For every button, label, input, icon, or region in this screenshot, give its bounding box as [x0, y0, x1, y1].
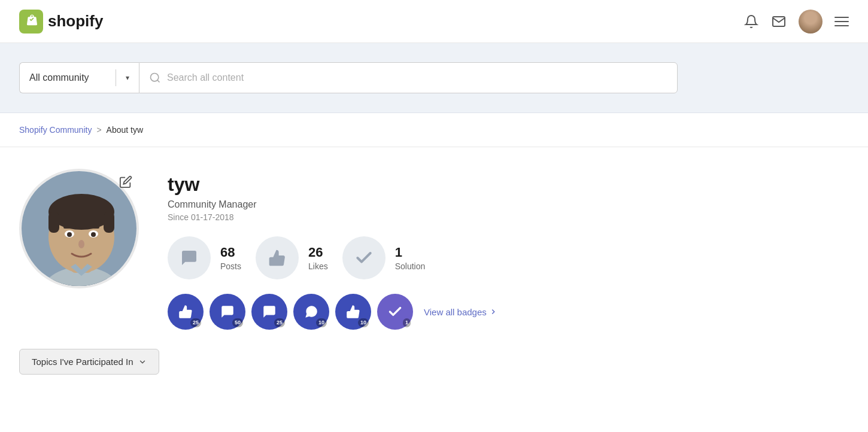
profile-username: tyw — [168, 174, 849, 196]
check-icon — [354, 248, 374, 267]
badge-thumbsup-25[interactable]: 25 — [168, 294, 204, 330]
thumbsup-icon — [268, 248, 287, 267]
solution-label: Solution — [395, 261, 426, 271]
community-filter-dropdown[interactable]: All community ▾ — [19, 62, 139, 93]
profile-role: Community Manager — [168, 199, 849, 210]
messages-icon[interactable] — [771, 14, 787, 29]
search-area: All community ▾ — [0, 43, 868, 113]
stat-solution: 1 Solution — [342, 236, 426, 279]
edit-profile-icon[interactable] — [117, 174, 134, 190]
topics-button-label: Topics I've Participated In — [32, 357, 133, 367]
dropdown-divider — [116, 69, 116, 86]
badge-thumbsup-icon — [178, 304, 193, 320]
badge-25-count: 25 — [190, 318, 201, 327]
logo[interactable]: shopify — [19, 10, 103, 34]
solution-stat-circle — [342, 236, 386, 279]
chevron-down-icon: ▾ — [126, 74, 129, 82]
svg-rect-16 — [86, 226, 99, 229]
svg-rect-9 — [48, 212, 59, 233]
likes-stat-circle — [256, 236, 299, 279]
chat-icon — [180, 248, 199, 267]
badge-check-1[interactable]: 1 — [377, 294, 413, 330]
badge-chat-50[interactable]: 50 — [210, 294, 245, 330]
badge-thumbsup-10[interactable]: 10 — [335, 294, 371, 330]
community-filter-label: All community — [29, 72, 106, 83]
search-bar-row: All community ▾ — [19, 62, 678, 93]
posts-stat-circle — [168, 236, 211, 279]
svg-point-13 — [67, 232, 72, 237]
header-actions — [743, 10, 849, 34]
svg-line-2 — [157, 80, 160, 83]
breadcrumb-separator: > — [96, 125, 101, 135]
svg-point-14 — [91, 232, 96, 237]
breadcrumb: Shopify Community > About tyw — [19, 125, 849, 135]
topics-participated-button[interactable]: Topics I've Participated In — [19, 349, 159, 375]
badge-1-count: 1 — [403, 318, 411, 327]
stats-row: 68 Posts 26 Likes — [168, 236, 849, 279]
svg-rect-10 — [104, 212, 114, 233]
search-input-wrapper — [139, 62, 678, 93]
topics-button-area: Topics I've Participated In — [0, 349, 868, 394]
badge-bubble-10[interactable]: 10 — [293, 294, 329, 330]
badge-chat-25[interactable]: 25 — [251, 294, 287, 330]
badge-chat-icon — [220, 304, 235, 320]
search-input[interactable] — [167, 72, 667, 83]
stat-likes: 26 Likes — [256, 236, 328, 279]
view-badges-label: View all badges — [424, 307, 487, 317]
hamburger-line-2 — [834, 21, 849, 22]
site-header: shopify — [0, 0, 868, 43]
hamburger-line-3 — [834, 25, 849, 26]
svg-rect-15 — [63, 226, 77, 229]
badge-50-count: 50 — [232, 318, 243, 327]
badges-row: 25 50 25 10 — [168, 294, 849, 330]
view-all-badges-link[interactable]: View all badges — [424, 307, 497, 317]
badge-10-count-2: 10 — [358, 318, 369, 327]
posts-stat-text: 68 Posts — [220, 245, 241, 271]
badge-check-icon — [387, 304, 403, 320]
solution-stat-text: 1 Solution — [395, 245, 426, 271]
hamburger-menu-icon[interactable] — [834, 17, 849, 26]
notifications-icon[interactable] — [743, 14, 759, 29]
profile-area: tyw Community Manager Since 01-17-2018 6… — [0, 147, 868, 349]
likes-stat-text: 26 Likes — [308, 245, 328, 271]
profile-info: tyw Community Manager Since 01-17-2018 6… — [168, 169, 849, 330]
solution-count: 1 — [395, 245, 426, 260]
stat-posts: 68 Posts — [168, 236, 241, 279]
svg-point-17 — [78, 240, 84, 248]
badge-10-count: 10 — [316, 318, 327, 327]
avatar-wrapper — [19, 169, 139, 288]
breadcrumb-area: Shopify Community > About tyw — [0, 113, 868, 147]
breadcrumb-home-link[interactable]: Shopify Community — [19, 125, 92, 135]
chevron-right-icon — [489, 308, 497, 316]
search-icon — [149, 72, 161, 84]
profile-since: Since 01-17-2018 — [168, 212, 849, 222]
likes-count: 26 — [308, 245, 328, 260]
hamburger-line-1 — [834, 17, 849, 18]
badge-25-count-2: 25 — [274, 318, 285, 327]
user-avatar[interactable] — [799, 10, 823, 34]
topics-dropdown-arrow-icon — [138, 358, 147, 366]
posts-count: 68 — [220, 245, 241, 260]
breadcrumb-current: About tyw — [107, 125, 143, 135]
shopify-bag-icon — [19, 10, 43, 34]
likes-label: Likes — [308, 261, 328, 271]
svg-point-1 — [151, 74, 159, 81]
badge-thumbsup-icon-2 — [345, 304, 361, 320]
posts-label: Posts — [220, 261, 241, 271]
logo-text: shopify — [48, 12, 103, 31]
badge-chat-icon-2 — [262, 304, 277, 320]
badge-bubble-icon — [304, 304, 319, 320]
